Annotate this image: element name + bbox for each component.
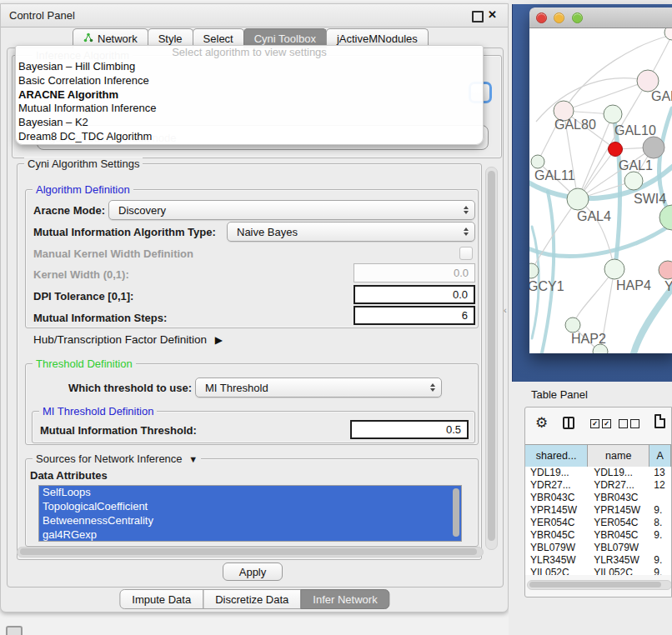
network-node-label: GAL4 [577,209,611,223]
network-node[interactable] [565,318,580,332]
float-window-icon[interactable] [472,11,484,22]
algorithm-option[interactable]: Dream8 DC_TDC Algorithm [16,130,483,144]
table-row[interactable]: YPR145WYPR145W9. [525,504,671,517]
network-view-window[interactable]: GALGAL80GAL10GAL1GAL11SWI4GAL4GCY1HAP4YH… [529,8,672,353]
algorithm-option[interactable]: Bayesian – K2 [16,116,483,130]
column-selector-icon[interactable] [563,417,574,429]
close-icon[interactable]: ✕ [488,8,497,21]
export-table-icon[interactable] [654,414,665,428]
data-attributes-label: Data Attributes [30,469,108,482]
network-graph: GALGAL80GAL10GAL1GAL11SWI4GAL4GCY1HAP4YH… [529,28,672,353]
network-node[interactable] [659,261,672,279]
attributes-list-scrollbar[interactable] [453,488,459,537]
screen: Control Panel ✕ NetworkStyleSelectCyni T… [0,0,672,635]
network-node[interactable] [604,105,622,123]
table-panel-title: Table Panel [531,388,588,401]
network-node-label: GAL1 [619,158,653,172]
window-zoom-button[interactable] [572,12,583,23]
sources-group-title[interactable]: Sources for Network Inference ▼ [33,452,201,465]
control-panel-titlebar: Control Panel ✕ [1,4,508,28]
settings-hscrollbar-thumb[interactable] [20,548,477,555]
data-attribute-item[interactable]: TopologicalCoefficient [39,500,461,514]
table-cell: 9. [649,504,671,517]
table-cell: YBL079W [588,542,649,554]
table-cell: YLR345W [588,554,649,567]
window-minimize-button[interactable] [554,12,564,23]
which-threshold-select[interactable]: MI Threshold [195,378,442,398]
table-row[interactable]: YBR043CYBR043C [525,492,671,504]
table-settings-gear-icon[interactable]: ⚙ [535,414,548,432]
network-node-label: Y [664,279,672,293]
network-edge [536,78,648,122]
network-node-label: HAP2 [571,332,606,346]
table-cell: YPR145W [588,504,649,517]
algorithm-option[interactable]: Mutual Information Inference [16,102,483,116]
table-header-row: shared...nameA [525,444,671,468]
network-canvas[interactable]: GALGAL80GAL10GAL1GAL11SWI4GAL4GCY1HAP4YH… [529,28,672,353]
table-row[interactable]: YBR045CYBR045C9. [525,529,671,542]
column-header-3[interactable]: A [649,445,671,467]
column-header-2[interactable]: name [588,445,649,467]
which-threshold-value: MI Threshold [205,382,268,394]
algorithm-option[interactable]: Bayesian – Hill Climbing [16,60,483,74]
network-node[interactable] [604,259,624,279]
table-row[interactable]: YER054CYER054C8. [525,517,671,529]
network-node-label: HAP4 [616,278,651,292]
network-node[interactable] [643,137,664,158]
network-node[interactable] [664,28,672,40]
data-attribute-item[interactable]: gal4RGexp [39,528,461,542]
table-row[interactable]: YDL19...YDL19...13 [525,467,671,479]
split-divider-collapse-arrow[interactable]: ‹ [504,305,507,315]
algorithm-definition-group: Algorithm Definition [25,189,479,328]
data-attribute-item[interactable]: SelfLoops [39,486,461,500]
data-attribute-item[interactable]: BetweennessCentrality [39,514,461,528]
table-cell: YIL052C [525,567,588,575]
expanded-arrow-icon: ▼ [188,454,198,464]
apply-button-label: Apply [239,566,267,578]
stepper-arrows-icon [430,383,435,392]
bottom-tab-impute-data[interactable]: Impute Data [119,589,203,609]
settings-hscrollbar-track[interactable] [17,547,484,558]
table-cell [649,542,671,554]
apply-button[interactable]: Apply [223,562,283,581]
table-cell: YLR345W [525,554,588,567]
minimized-panel-button[interactable] [6,626,23,635]
table-cell: YIL052C [588,567,649,575]
threshold-definition-title: Threshold Definition [33,358,136,370]
algorithm-option[interactable]: ARACNE Algorithm [16,88,483,102]
window-close-button[interactable] [536,12,547,23]
settings-vscrollbar-thumb[interactable] [488,171,495,541]
column-header-1[interactable]: shared... [525,445,588,467]
algorithm-dropdown-list: Bayesian – Hill ClimbingBasic Correlatio… [16,60,483,144]
algorithm-dropdown-popup: Select algorithm to view settings Bayesi… [15,45,484,145]
mi-threshold-input[interactable]: 0.5 [350,420,469,439]
bottom-tab-discretize-data[interactable]: Discretize Data [203,589,301,609]
bottom-tab-infer-network[interactable]: Infer Network [300,589,389,609]
network-node[interactable] [624,172,643,190]
hub-definition-toggle[interactable]: Hub/Transcription Factor Definition ▶ [33,333,223,346]
network-node[interactable] [567,188,589,210]
table-cell: YDL19... [525,467,588,479]
table-row[interactable]: YBL079WYBL079W [525,542,671,554]
network-window-titlebar[interactable] [529,8,672,28]
table-row[interactable]: YIL052CYIL052C9. [525,567,671,575]
control-panel-title: Control Panel [9,9,75,22]
table-row[interactable]: YDR27...YDR27...12 [525,479,671,492]
network-node[interactable] [659,205,672,230]
algorithm-option[interactable]: Basic Correlation Inference [16,74,483,88]
settings-vscrollbar-track[interactable] [485,167,498,550]
table-cell: YBL079W [525,542,588,554]
table-cell [649,492,671,504]
table-hscrollbar-track[interactable] [527,580,672,590]
network-node[interactable] [531,155,544,168]
network-node[interactable] [609,142,623,157]
table-hscrollbar-thumb[interactable] [529,582,661,588]
which-threshold-label: Which threshold to use: [68,382,192,394]
deselect-all-columns-icon[interactable] [619,419,639,428]
table-cell: 9. [649,554,671,567]
data-attributes-list[interactable]: SelfLoopsTopologicalCoefficientBetweenne… [38,485,462,542]
table-row[interactable]: YLR345WYLR345W9. [525,554,671,567]
table-cell: 12 [649,479,671,492]
select-all-columns-icon[interactable]: ✓ ✓ [590,419,611,428]
mi-threshold-value: 0.5 [446,423,461,436]
